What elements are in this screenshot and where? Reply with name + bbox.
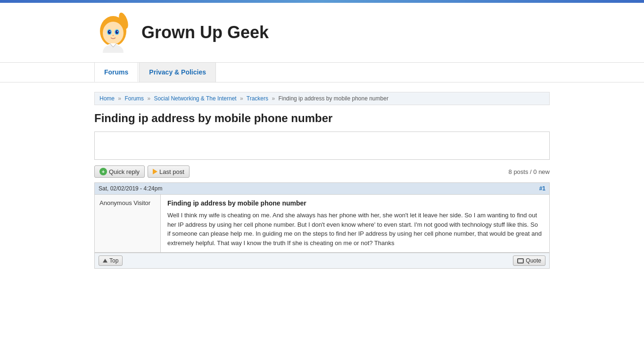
quote-label: Quote [526, 257, 541, 264]
nav-bar: Forums Privacy & Policies [0, 62, 644, 82]
svg-point-8 [117, 31, 118, 32]
nav-privacy[interactable]: Privacy & Policies [139, 63, 216, 82]
svg-point-2 [103, 22, 124, 44]
breadcrumb-sep-3: » [240, 95, 243, 102]
post-body-row: Anonymous Visitor Finding ip address by … [95, 195, 549, 253]
post-footer-row: Top Quote [95, 253, 549, 268]
post-number[interactable]: #1 [539, 185, 545, 192]
svg-point-6 [116, 30, 118, 34]
breadcrumb-current: Finding ip address by mobile phone numbe… [278, 95, 388, 102]
quick-reply-button[interactable]: + Quick reply [94, 165, 145, 178]
breadcrumb-social[interactable]: Social Networking & The Internet [154, 95, 236, 102]
post-date-row: Sat, 02/02/2019 - 4:24pm #1 [95, 183, 549, 195]
toolbar-row: + Quick reply Last post 8 posts / 0 new [94, 165, 550, 178]
quick-reply-icon: + [99, 168, 107, 175]
svg-point-9 [112, 35, 114, 36]
breadcrumb-home[interactable]: Home [99, 95, 115, 102]
quote-icon [517, 258, 524, 263]
last-post-button[interactable]: Last post [148, 165, 190, 178]
breadcrumb-forums[interactable]: Forums [124, 95, 144, 102]
toolbar-left: + Quick reply Last post [94, 165, 190, 178]
breadcrumb-sep-4: » [272, 95, 275, 102]
last-post-icon [153, 169, 157, 174]
last-post-label: Last post [159, 168, 184, 175]
editor-area[interactable] [94, 132, 550, 160]
nav-forums[interactable]: Forums [94, 63, 138, 82]
post-text: Well I think my wife is cheating on me. … [167, 211, 543, 247]
top-icon [103, 259, 107, 263]
breadcrumb-trackers[interactable]: Trackers [247, 95, 268, 102]
posts-count: 8 posts / 0 new [509, 168, 550, 175]
post-date: Sat, 02/02/2019 - 4:24pm [99, 185, 162, 192]
svg-point-7 [109, 31, 110, 32]
breadcrumb: Home » Forums » Social Networking & The … [94, 92, 550, 105]
quick-reply-label: Quick reply [109, 168, 140, 175]
page-title: Finding ip address by mobile phone numbe… [94, 112, 550, 125]
post-wrapper: Sat, 02/02/2019 - 4:24pm #1 Anonymous Vi… [94, 182, 550, 269]
breadcrumb-sep-1: » [118, 95, 121, 102]
svg-point-5 [108, 30, 111, 34]
breadcrumb-sep-2: » [147, 95, 150, 102]
content-area: Home » Forums » Social Networking & The … [0, 82, 644, 273]
site-logo [94, 11, 132, 54]
post-title: Finding ip address by mobile phone numbe… [167, 199, 543, 207]
post-author: Anonymous Visitor [95, 195, 161, 252]
post-content: Finding ip address by mobile phone numbe… [161, 195, 549, 252]
top-button[interactable]: Top [99, 255, 123, 266]
header: Grown Up Geek [0, 3, 644, 62]
site-title: Grown Up Geek [141, 23, 269, 42]
top-label: Top [109, 257, 118, 264]
quote-button[interactable]: Quote [513, 255, 545, 266]
